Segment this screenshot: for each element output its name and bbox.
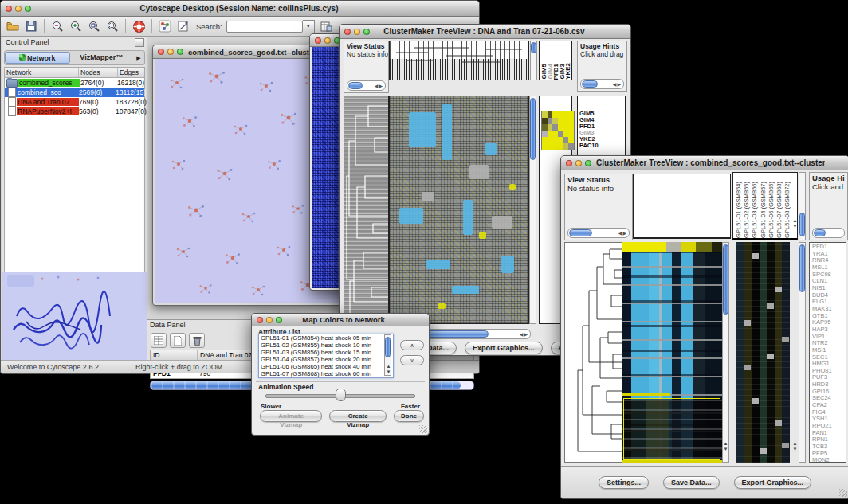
network-row[interactable]: combined_scores 2764(0) 16218(0) [5, 78, 144, 88]
attribute-grid-icon[interactable] [151, 333, 167, 348]
matrix-cell [542, 137, 548, 143]
zoom-window-icon[interactable] [276, 317, 282, 323]
tv2-row-dendrogram[interactable] [564, 242, 622, 463]
close-icon[interactable] [158, 49, 164, 55]
resize-grip[interactable] [839, 489, 847, 497]
map-colors-dialog: Map Colors to Network Attribute List GPL… [251, 313, 430, 436]
matrix-cell [548, 131, 553, 137]
dialog-buttons: Animate Vizmap Create Vizmap Done [260, 410, 424, 422]
vizmapper-nodes-icon[interactable] [158, 19, 172, 33]
tv2-heatmap-scroll-arrows[interactable]: ▲▼ [722, 441, 729, 452]
attribute-item[interactable]: GPL51-07 (GSM868) heat shock 60 min [259, 370, 393, 377]
zoom-window-icon[interactable] [585, 160, 591, 166]
close-icon[interactable] [566, 160, 572, 166]
tv1-usage-scrollbar[interactable]: ◀▶ [580, 79, 624, 89]
minimize-icon[interactable] [167, 49, 174, 55]
attribute-item[interactable]: GPL51-04 (GSM857) heat shock 20 min [259, 356, 393, 363]
tv2-view-status-panel: View Status No status info ◀▶ [564, 174, 633, 240]
dialog-titlebar[interactable]: Map Colors to Network [252, 314, 429, 326]
move-up-button[interactable]: ∧ [400, 340, 424, 350]
help-lifesaver-icon[interactable] [132, 19, 146, 33]
new-attribute-icon[interactable] [170, 333, 186, 348]
tv2-genelist-scroll-arrows[interactable]: ▲▼ [791, 441, 799, 452]
minimize-icon[interactable] [575, 160, 582, 166]
slider-thumb[interactable] [336, 389, 346, 401]
tv2-heatmap-vscrollbar[interactable] [722, 242, 729, 463]
window-controls[interactable] [257, 317, 282, 323]
tv2-label-scroll-arrows[interactable]: ▲▼ [791, 218, 799, 229]
tv2-zoom-heatmap[interactable] [736, 242, 790, 463]
network-table-header[interactable]: Network Nodes Edges [5, 68, 144, 78]
move-down-button[interactable]: ∨ [400, 355, 424, 365]
zoom-fit-icon[interactable] [87, 19, 101, 33]
close-icon[interactable] [257, 317, 263, 323]
attribute-item[interactable]: GPL51-02 (GSM855) heat shock 10 min [259, 342, 393, 349]
tv1-dendrogram-scrollbar[interactable] [530, 41, 537, 80]
tv2-action-button[interactable]: Export Graphics... [734, 476, 812, 489]
zoom-window-icon[interactable] [363, 29, 370, 35]
tv1-column-dendrogram[interactable] [389, 41, 529, 80]
tv2-labels-vscrollbar[interactable] [799, 172, 806, 240]
tv2-genelist-vscrollbar[interactable] [799, 242, 806, 463]
tv2-usage-scrollbar[interactable] [812, 228, 845, 238]
attribute-item[interactable]: GPL51-06 (GSM865) heat shock 40 min [259, 363, 393, 370]
tv2-column-label: GPL51-07 (GSM868) [775, 182, 783, 238]
window-controls[interactable] [158, 49, 183, 55]
tv1-heatmap[interactable] [389, 96, 529, 324]
save-icon[interactable] [24, 19, 38, 33]
done-button[interactable]: Done [394, 410, 424, 422]
window-controls[interactable] [344, 29, 370, 35]
window-controls[interactable] [566, 160, 591, 166]
tv2-status-scrollbar[interactable]: ◀▶ [567, 228, 630, 238]
close-icon[interactable] [315, 37, 321, 44]
attribute-item[interactable]: GPL51-03 (GSM856) heat shock 15 min [259, 349, 393, 356]
tv2-action-button[interactable]: Save Data... [663, 476, 720, 489]
minimize-icon[interactable] [324, 37, 331, 44]
zoom-window-icon[interactable] [25, 6, 31, 12]
network-row[interactable]: DNA and Tran 07 769(0) 183728(0) [5, 97, 144, 107]
window-controls[interactable] [6, 6, 31, 12]
tv1-action-button[interactable]: Export Graphics... [465, 342, 543, 354]
main-titlebar[interactable]: Cytoscape Desktop (Session Name: collins… [1, 1, 479, 17]
zoom-in-icon[interactable] [69, 19, 83, 33]
network-row[interactable]: combined_sco 2569(6) 13112(15) [5, 88, 144, 97]
tv1-status-scrollbar[interactable]: ◀▶ [347, 80, 386, 91]
close-icon[interactable] [344, 29, 351, 35]
delete-trash-icon[interactable] [189, 333, 205, 348]
zoom-out-icon[interactable] [50, 19, 65, 33]
network-row[interactable]: RNAPuberNov2+I 563(0) 107847(0) [5, 107, 144, 116]
minimize-icon[interactable] [15, 6, 22, 12]
float-panel-icon[interactable] [135, 38, 144, 47]
create-vizmap-button[interactable]: Create Vizmap [329, 410, 387, 422]
tv1-similarity-matrix[interactable] [541, 111, 575, 150]
attribute-list-scrollbar[interactable]: ▲▼ [384, 334, 391, 376]
zoom-window-icon[interactable] [177, 49, 183, 55]
treeview1-titlebar[interactable]: ClusterMaker TreeView : DNA and Tran 07-… [340, 25, 630, 39]
zoom-selected-icon[interactable] [105, 19, 120, 33]
attribute-item[interactable]: GPL51-01 (GSM854) heat shock 05 min [259, 334, 393, 342]
tv2-action-button[interactable]: Settings... [599, 476, 649, 489]
tab-overflow-arrow[interactable]: ▶ [133, 55, 144, 61]
animate-vizmap-button[interactable]: Animate Vizmap [260, 410, 322, 422]
tv2-main-heatmap[interactable] [622, 242, 722, 463]
snapshot-icon[interactable] [176, 19, 190, 33]
tv1-heatmap-vscrollbar[interactable] [529, 96, 536, 324]
attribute-browser-icon[interactable] [319, 19, 333, 33]
control-panel-tabs: Network VizMapper™ ▶ [4, 50, 145, 65]
resize-grip[interactable] [419, 425, 427, 433]
tv1-row-dendrogram[interactable] [344, 96, 389, 324]
tv2-gene-labels[interactable]: PFD1YRA1RNR4MSL1SPC98CLN1NIS1BUD4ELG1MAK… [809, 242, 846, 463]
tab-network[interactable]: Network [5, 52, 70, 64]
tv2-column-dendrogram[interactable] [633, 174, 731, 239]
window-controls[interactable] [315, 37, 340, 44]
search-input[interactable] [226, 21, 303, 33]
minimize-icon[interactable] [354, 29, 360, 35]
minimize-icon[interactable] [266, 317, 273, 323]
tab-vizmapper[interactable]: VizMapper™ [70, 52, 134, 64]
open-file-icon[interactable] [6, 19, 20, 33]
close-icon[interactable] [6, 6, 12, 12]
birdseye-view[interactable] [2, 272, 147, 361]
search-combo-arrow[interactable]: ▼ [303, 20, 315, 33]
treeview2-titlebar[interactable]: ClusterMaker TreeView : combined_scores_… [561, 156, 848, 170]
attribute-list[interactable]: GPL51-01 (GSM854) heat shock 05 minGPL51… [258, 334, 394, 378]
